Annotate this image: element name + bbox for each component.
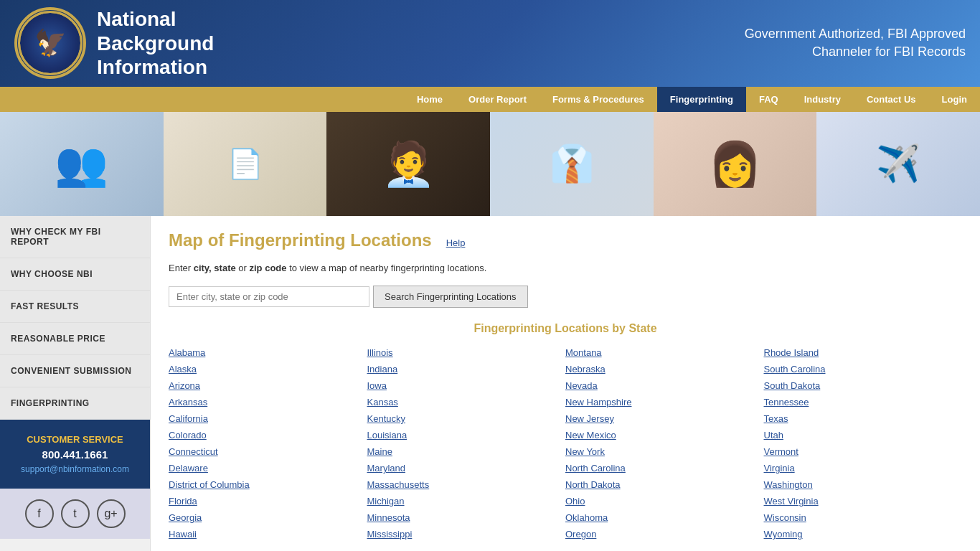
state-link[interactable]: Maine [367,445,566,458]
city-bold: city, state [194,263,236,273]
state-link[interactable]: District of Columbia [169,478,367,491]
zip-bold: zip code [250,263,287,273]
search-input[interactable] [169,286,369,307]
state-link[interactable]: Arizona [169,379,367,392]
header-left: 🦅 National Background Information [14,7,214,80]
main-nav: Home Order Report Forms & Procedures Fin… [0,87,980,112]
nav-order-report[interactable]: Order Report [456,87,540,112]
state-link[interactable]: Oregon [565,527,764,541]
state-link[interactable]: South Dakota [764,379,963,392]
state-link[interactable]: Alaska [169,362,367,376]
state-link[interactable]: Virginia [764,461,963,475]
state-link[interactable]: South Carolina [764,362,963,376]
hero-image-5: 👩 [654,112,817,216]
help-link[interactable]: Help [446,237,466,248]
main-content: WHY CHECK MY FBI REPORT WHY CHOOSE NBI F… [0,216,980,551]
customer-service-phone[interactable]: 800.441.1661 [11,448,139,461]
search-row: Search Fingerprinting Locations [169,286,962,308]
tagline: Government Authorized, FBI Approved Chan… [745,25,966,61]
sidebar-item-fingerprinting[interactable]: FINGERPRINTING [0,387,150,420]
googleplus-letter: g+ [104,507,117,520]
state-link[interactable]: Wyoming [764,527,963,541]
logo: 🦅 [14,7,86,79]
header-tagline: Government Authorized, FBI Approved Chan… [745,25,966,61]
hero-team: 👔 [550,143,594,184]
state-link[interactable]: Utah [764,428,963,442]
state-link[interactable]: Nevada [565,379,764,392]
hero-person-phone: 🧑‍💼 [382,138,435,189]
sidebar-item-reasonable-price[interactable]: REASONABLE PRICE [0,323,150,355]
hero-banner: 👥 📄 🧑‍💼 👔 👩 ✈️ [0,112,980,216]
twitter-icon[interactable]: t [61,499,90,528]
state-link[interactable]: Indiana [367,362,566,376]
nav-contact-us[interactable]: Contact Us [854,87,929,112]
state-link[interactable]: Tennessee [764,395,963,409]
hero-people-1: 👥 [55,138,108,189]
state-link[interactable]: Michigan [367,494,566,508]
state-link[interactable]: Minnesota [367,511,566,524]
state-link[interactable]: Montana [565,346,764,359]
hero-image-3: 🧑‍💼 [326,112,490,216]
nav-faq[interactable]: FAQ [746,87,791,112]
state-link[interactable]: Mississippi [367,527,566,541]
customer-service-title: CUSTOMER SERVICE [11,434,139,445]
state-link[interactable]: Vermont [764,445,963,458]
state-link[interactable]: Oklahoma [565,511,764,524]
state-link[interactable]: Maryland [367,461,566,475]
state-link[interactable]: Iowa [367,379,566,392]
state-link[interactable]: California [169,412,367,425]
sidebar-item-convenient-submission[interactable]: CONVENIENT SUBMISSION [0,355,150,387]
state-link[interactable]: Texas [764,412,963,425]
state-link[interactable]: Colorado [169,428,367,442]
social-links: f t g+ [0,489,150,539]
hero-stamp-icon: 📄 [227,147,263,181]
state-link[interactable]: New Jersey [565,412,764,425]
state-link[interactable]: Delaware [169,461,367,475]
state-col-3: MontanaNebraskaNevadaNew HampshireNew Je… [565,346,764,541]
state-link[interactable]: New Hampshire [565,395,764,409]
state-link[interactable]: Washington [764,478,963,491]
nav-home[interactable]: Home [404,87,456,112]
nav-login[interactable]: Login [929,87,980,112]
state-link[interactable]: Hawaii [169,527,367,541]
nav-forms-procedures[interactable]: Forms & Procedures [540,87,657,112]
state-link[interactable]: Florida [169,494,367,508]
nav-fingerprinting[interactable]: Fingerprinting [657,87,746,112]
page-title: Map of Fingerprinting Locations [169,230,432,250]
title-row: Map of Fingerprinting Locations Help [169,230,962,250]
intro-text: Enter city, state or zip code to view a … [169,261,962,276]
logo-ring [19,11,82,75]
state-col-2: IllinoisIndianaIowaKansasKentuckyLouisia… [367,346,566,541]
state-link[interactable]: Georgia [169,511,367,524]
state-link[interactable]: North Dakota [565,478,764,491]
sidebar-item-why-choose[interactable]: WHY CHOOSE NBI [0,258,150,291]
hero-image-1: 👥 [0,112,164,216]
facebook-letter: f [37,507,40,520]
state-link[interactable]: Massachusetts [367,478,566,491]
state-link[interactable]: Nebraska [565,362,764,376]
state-link[interactable]: Wisconsin [764,511,963,524]
state-link[interactable]: Connecticut [169,445,367,458]
state-link[interactable]: Kentucky [367,412,566,425]
customer-service-email[interactable]: support@nbinformation.com [11,464,139,474]
state-link[interactable]: Alabama [169,346,367,359]
state-link[interactable]: Louisiana [367,428,566,442]
state-link[interactable]: Kansas [367,395,566,409]
state-link[interactable]: Rhode Island [764,346,963,359]
state-link[interactable]: North Carolina [565,461,764,475]
search-button[interactable]: Search Fingerprinting Locations [373,286,528,308]
state-link[interactable]: West Virginia [764,494,963,508]
state-link[interactable]: Illinois [367,346,566,359]
state-link[interactable]: New Mexico [565,428,764,442]
state-link[interactable]: Ohio [565,494,764,508]
state-link[interactable]: New York [565,445,764,458]
googleplus-icon[interactable]: g+ [97,499,126,528]
sidebar-item-fast-results[interactable]: FAST RESULTS [0,291,150,323]
state-link[interactable]: Arkansas [169,395,367,409]
sidebar-item-why-check[interactable]: WHY CHECK MY FBI REPORT [0,216,150,258]
states-grid: AlabamaAlaskaArizonaArkansasCaliforniaCo… [169,346,962,541]
site-title: National Background Information [97,7,214,80]
facebook-icon[interactable]: f [25,499,54,528]
hero-image-6: ✈️ [816,112,980,216]
nav-industry[interactable]: Industry [791,87,854,112]
